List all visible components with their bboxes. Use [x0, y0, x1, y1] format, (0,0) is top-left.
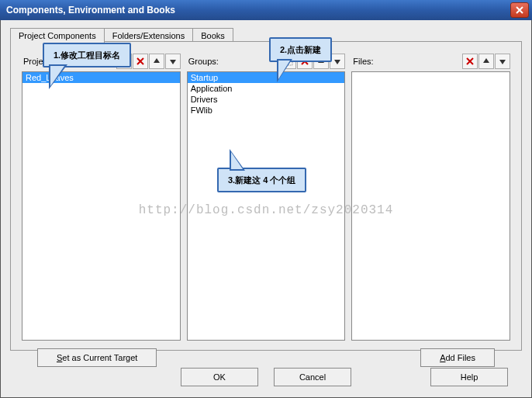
delete-icon	[136, 57, 145, 66]
list-item-label: FWlib	[191, 106, 212, 115]
bottom-bar: OK Cancel Help	[10, 368, 522, 386]
tab-label: Books	[201, 31, 225, 40]
callout-text: 3.新建这 4 个个组	[228, 175, 295, 185]
delete-icon	[465, 57, 475, 66]
list-item[interactable]: Startup	[188, 72, 345, 83]
title-bar: Components, Environment and Books	[0, 0, 532, 20]
targets-delete-button[interactable]	[133, 54, 148, 69]
tab-label: Project Components	[19, 31, 96, 40]
column-targets: Project Targets: Red_Leaves	[22, 53, 181, 341]
tab-label: Folders/Extensions	[112, 31, 185, 40]
files-delete-button[interactable]	[462, 54, 478, 69]
list-item[interactable]: FWlib	[188, 105, 345, 116]
btn-label: et as Current Target	[62, 353, 137, 362]
files-header: Files:	[351, 53, 510, 70]
groups-listbox[interactable]: Startup Application Drivers FWlib	[187, 71, 346, 341]
columns-wrap: Project Targets: Red_Leaves Groups:	[22, 53, 510, 341]
callout-pointer	[230, 149, 245, 171]
targets-listbox[interactable]: Red_Leaves	[22, 71, 181, 341]
column-groups: Groups: Startup Application Drivers FWli…	[187, 53, 346, 341]
callout-3: 3.新建这 4 个个组	[217, 168, 306, 192]
files-up-button[interactable]	[478, 54, 494, 69]
callout-1: 1.修改工程目标名	[43, 43, 131, 67]
arrow-up-icon	[482, 57, 491, 66]
arrow-down-icon	[498, 57, 507, 66]
help-button[interactable]: Help	[430, 368, 508, 386]
targets-up-button[interactable]	[149, 54, 164, 69]
callout-pointer	[49, 64, 67, 89]
add-files-button[interactable]: Add Files	[420, 348, 495, 367]
list-item[interactable]: Red_Leaves	[22, 72, 180, 83]
tab-pane: Project Targets: Red_Leaves Groups:	[10, 41, 522, 351]
column-files: Files:	[351, 53, 510, 341]
set-as-current-target-button[interactable]: Set as Current Target	[37, 348, 157, 367]
list-item[interactable]: Drivers	[188, 94, 345, 105]
callout-text: 2.点击新建	[280, 45, 321, 54]
list-item-label: Startup	[191, 73, 218, 82]
callout-text: 1.修改工程目标名	[54, 50, 120, 60]
groups-down-button[interactable]	[330, 54, 345, 69]
under-columns: Set as Current Target Add Files	[22, 348, 510, 367]
cancel-button[interactable]: Cancel	[274, 368, 351, 386]
list-item-label: Application	[191, 84, 233, 93]
callout-pointer	[277, 59, 292, 82]
arrow-down-icon	[333, 57, 342, 66]
list-item-label: Drivers	[191, 95, 218, 104]
arrow-up-icon	[152, 57, 161, 66]
tab-project-components[interactable]: Project Components	[10, 28, 105, 43]
ok-button[interactable]: OK	[181, 368, 258, 386]
files-down-button[interactable]	[495, 54, 510, 69]
groups-label: Groups:	[187, 57, 281, 66]
list-item[interactable]: Application	[188, 83, 345, 94]
dialog-body: Project Components Folders/Extensions Bo…	[0, 20, 532, 398]
spacer	[157, 348, 420, 367]
targets-down-button[interactable]	[165, 54, 181, 69]
close-icon	[516, 6, 523, 14]
window-title: Components, Environment and Books	[6, 5, 510, 16]
callout-2: 2.点击新建	[269, 37, 332, 62]
btn-label: dd Files	[445, 353, 475, 362]
files-label: Files:	[351, 57, 461, 66]
close-button[interactable]	[510, 2, 529, 18]
files-listbox[interactable]	[351, 71, 510, 341]
arrow-down-icon	[168, 57, 178, 66]
